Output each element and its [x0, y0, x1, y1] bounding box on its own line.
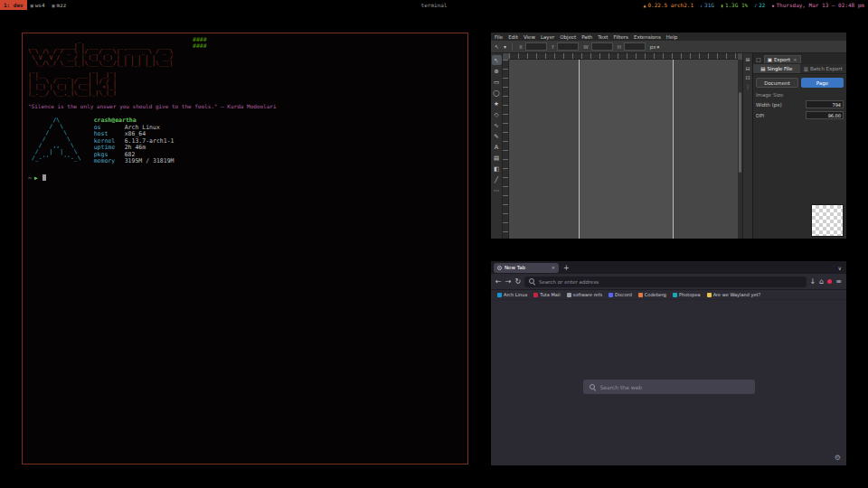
toolbar-separator: [512, 42, 513, 51]
w-label: W: [583, 44, 588, 50]
rectangle-tool-icon[interactable]: ▭: [492, 77, 502, 87]
x-field[interactable]: [525, 42, 547, 51]
document-page[interactable]: [579, 60, 674, 239]
bookmark-software-refs[interactable]: software refs: [567, 292, 602, 297]
scrollbar-thumb[interactable]: [739, 92, 741, 173]
bookmark-favicon: [497, 293, 502, 297]
bookmarks-toolbar: Arch Linux Tuta Mail software refs Disco…: [491, 290, 846, 300]
h-field[interactable]: [624, 42, 646, 51]
panel-options-icon[interactable]: ▢: [755, 56, 762, 62]
menu-extensions[interactable]: Extensions: [634, 34, 661, 40]
tool-options-toolbar: ↖ ▾ X Y W H px ▾: [491, 41, 846, 53]
snap-bbox-icon[interactable]: ⊞: [745, 56, 750, 62]
menu-text[interactable]: Text: [598, 34, 608, 40]
recording-indicator-icon[interactable]: [827, 279, 832, 284]
snap-nodes-icon[interactable]: ⊟: [745, 65, 750, 71]
select-tool-icon[interactable]: ↖: [492, 55, 502, 65]
volume-status: ♪ 22: [754, 2, 765, 8]
search-icon: [590, 384, 596, 390]
node-tool-icon[interactable]: ⊕: [492, 66, 502, 76]
close-tab-icon[interactable]: ×: [551, 265, 555, 270]
more-tools-icon[interactable]: ⋯: [492, 185, 502, 195]
reload-button[interactable]: ↻: [514, 277, 521, 286]
pencil-tool-icon[interactable]: ✎: [492, 131, 502, 141]
bookmark-discord[interactable]: Discord: [609, 292, 632, 297]
clock-status: ▪ Thursday, Mar 13 — 02:48 pm: [771, 2, 864, 8]
menu-object[interactable]: Object: [560, 34, 576, 40]
export-dialog-tab[interactable]: ▣ Export ×: [764, 55, 801, 63]
bookmark-arch-linux[interactable]: Arch Linux: [497, 292, 527, 297]
forward-button[interactable]: →: [505, 277, 512, 286]
dpi-field[interactable]: 96.00: [806, 111, 844, 119]
batch-export-tab[interactable]: ▥ Batch Export: [800, 64, 847, 73]
bookmark-photopea[interactable]: Photopea: [673, 292, 701, 297]
text-tool-icon[interactable]: A: [492, 142, 502, 152]
menu-view[interactable]: View: [524, 34, 535, 40]
menu-layer[interactable]: Layer: [541, 34, 554, 40]
workspace-item-ws4[interactable]: ▦ ws4: [27, 0, 49, 10]
inkscape-window[interactable]: File Edit View Layer Object Path Text Fi…: [491, 33, 846, 239]
terminal-window[interactable]: _ __ _____| | ___ ___ _ __ ___ ___ \ \ /…: [22, 33, 468, 465]
star-tool-icon[interactable]: ★: [492, 99, 502, 108]
arch-icon: ▲: [643, 3, 646, 8]
menu-help[interactable]: Help: [666, 34, 678, 40]
address-bar[interactable]: Search or enter address: [524, 277, 806, 287]
search-icon: [529, 278, 535, 285]
bookmark-are-we-wayland-yet[interactable]: Are we Wayland yet?: [707, 292, 760, 297]
export-page-button[interactable]: Page: [801, 78, 844, 88]
menu-filters[interactable]: Filters: [613, 34, 628, 40]
width-field[interactable]: 794: [806, 100, 844, 108]
close-icon[interactable]: ×: [793, 57, 797, 62]
kernel-version-status: ▲ 0.22.5 arch2.1: [643, 2, 693, 8]
box-tool-icon[interactable]: ◇: [492, 109, 502, 119]
bookmark-tuta-mail[interactable]: Tuta Mail: [533, 292, 560, 297]
ascii-banner: _ __ _____| | ___ ___ _ __ ___ ___ \ \ /…: [28, 37, 462, 96]
dropper-tool-icon[interactable]: ◧: [492, 164, 502, 174]
snap-other-icon[interactable]: ⊡: [745, 74, 750, 80]
menu-icon[interactable]: ≡: [835, 277, 842, 286]
canvas-scrollbar[interactable]: [738, 60, 742, 239]
shell-prompt[interactable]: ~ ▶: [28, 174, 462, 182]
memory-icon: ▮: [721, 3, 723, 8]
workspace-indicator-active[interactable]: 1: dev: [0, 0, 27, 10]
back-button[interactable]: ←: [495, 277, 502, 286]
active-tab[interactable]: New Tab ×: [494, 263, 559, 273]
status-modules: ▲ 0.22.5 arch2.1 ↓ 31G ▮ 1.3G 1% ♪ 22 ▪ …: [643, 2, 868, 8]
new-tab-button[interactable]: +: [561, 264, 571, 272]
export-preview-checkerboard: [811, 204, 844, 237]
y-field[interactable]: [557, 42, 579, 51]
single-file-tab[interactable]: ▤ Single File: [753, 64, 800, 73]
export-document-button[interactable]: Document: [756, 78, 798, 88]
inkscape-canvas[interactable]: [503, 53, 742, 239]
personalize-gear-icon[interactable]: ⚙: [835, 454, 841, 462]
gradient-tool-icon[interactable]: ▤: [492, 153, 502, 163]
browser-window[interactable]: New Tab × + ∨ ← → ↻ Search or enter addr…: [491, 261, 846, 465]
image-size-heading: Image Size: [756, 92, 844, 98]
bookmark-favicon: [533, 293, 538, 297]
units-dropdown[interactable]: px ▾: [650, 44, 660, 50]
menu-file[interactable]: File: [495, 34, 503, 40]
snap-more-icon[interactable]: ⋮: [745, 83, 750, 89]
navigation-toolbar: ← → ↻ Search or enter address ↓ ⌂ ≡: [491, 274, 846, 290]
measure-tool-icon[interactable]: ╱: [492, 174, 502, 184]
w-field[interactable]: [591, 42, 613, 51]
dropdown-icon[interactable]: ▾: [503, 43, 507, 50]
prompt-path: ~: [28, 174, 32, 182]
disk-icon: ↓: [700, 3, 703, 8]
web-search-input[interactable]: Search the web: [583, 380, 755, 394]
downloads-icon[interactable]: ↓: [810, 277, 816, 286]
h-label: H: [618, 44, 621, 50]
ellipse-tool-icon[interactable]: ◯: [492, 88, 502, 98]
spiral-tool-icon[interactable]: ∿: [492, 120, 502, 130]
fastfetch-output: /\ / \ / \ / \ / ,, \ / | | \ /_-'' ''-_…: [28, 117, 462, 165]
window-icon: ▦: [52, 3, 55, 8]
workspace-item-mzz[interactable]: ▦ mzz: [49, 0, 71, 10]
menu-edit[interactable]: Edit: [508, 34, 518, 40]
bookmark-codeberg[interactable]: Codeberg: [638, 292, 666, 297]
snap-toolbar: ⊞ ⊟ ⊡ ⋮: [742, 53, 752, 239]
menu-path[interactable]: Path: [581, 34, 592, 40]
selector-tool-icon[interactable]: ↖: [494, 43, 500, 50]
list-all-tabs-icon[interactable]: ∨: [838, 265, 844, 271]
single-file-icon: ▤: [760, 66, 765, 71]
home-icon[interactable]: ⌂: [819, 277, 824, 286]
